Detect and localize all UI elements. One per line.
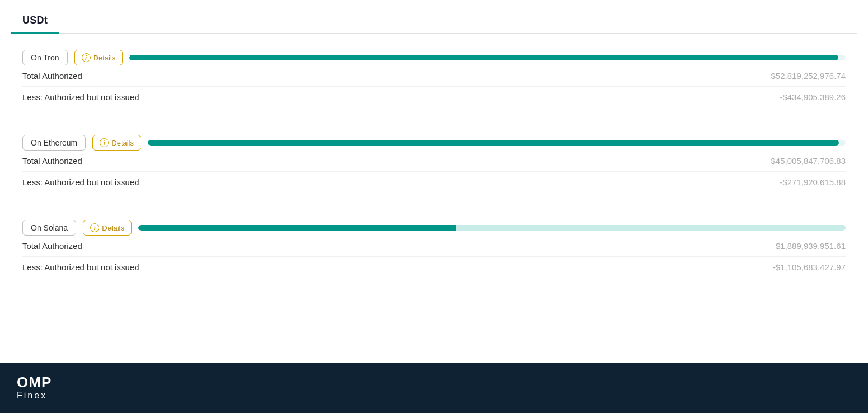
solana-tag-label: On Solana bbox=[31, 223, 68, 232]
footer: OMP Finex bbox=[0, 363, 868, 413]
solana-total-authorized-label: Total Authorized bbox=[22, 241, 82, 251]
ethereum-header-row: On Ethereum i Details bbox=[22, 135, 846, 151]
ethereum-section: On Ethereum i Details Total Authorized $… bbox=[11, 119, 857, 204]
tron-less-label: Less: Authorized but not issued bbox=[22, 92, 139, 102]
footer-logo-bottom: Finex bbox=[17, 391, 52, 401]
tab-usdt[interactable]: USDt bbox=[11, 9, 59, 33]
ethereum-total-authorized-row: Total Authorized $45,005,847,706.83 bbox=[22, 151, 846, 171]
tab-header: USDt bbox=[11, 0, 857, 34]
tron-info-icon: i bbox=[82, 53, 91, 62]
tron-total-authorized-row: Total Authorized $52,819,252,976.74 bbox=[22, 65, 846, 86]
solana-less-value: -$1,105,683,427.97 bbox=[773, 262, 846, 272]
ethereum-details-label: Details bbox=[111, 139, 134, 147]
solana-less-row: Less: Authorized but not issued -$1,105,… bbox=[22, 257, 846, 278]
tron-header-row: On Tron i Details bbox=[22, 50, 846, 65]
solana-header-row: On Solana i Details bbox=[22, 220, 846, 236]
footer-logo-top: OMP bbox=[17, 375, 52, 389]
solana-total-authorized-row: Total Authorized $1,889,939,951.61 bbox=[22, 236, 846, 256]
solana-details-label: Details bbox=[102, 224, 124, 232]
tron-details-label: Details bbox=[94, 54, 116, 62]
ethereum-total-authorized-label: Total Authorized bbox=[22, 156, 82, 166]
solana-less-label: Less: Authorized but not issued bbox=[22, 262, 139, 272]
solana-details-button[interactable]: i Details bbox=[83, 220, 132, 236]
tron-progress-bar-fill bbox=[129, 55, 838, 60]
footer-logo: OMP Finex bbox=[17, 375, 52, 401]
ethereum-details-button[interactable]: i Details bbox=[92, 135, 141, 151]
tab-usdt-label: USDt bbox=[22, 15, 48, 26]
tron-details-button[interactable]: i Details bbox=[74, 50, 123, 65]
ethereum-total-authorized-value: $45,005,847,706.83 bbox=[771, 156, 846, 166]
tron-progress-bar-container bbox=[129, 55, 846, 60]
solana-progress-bar-fill bbox=[138, 225, 456, 231]
tron-total-authorized-label: Total Authorized bbox=[22, 71, 82, 81]
tron-section: On Tron i Details Total Authorized $52,8… bbox=[11, 34, 857, 119]
tron-less-value: -$434,905,389.26 bbox=[780, 92, 846, 102]
ethereum-info-icon: i bbox=[100, 138, 109, 147]
solana-section: On Solana i Details Total Authorized $1,… bbox=[11, 204, 857, 289]
solana-tag: On Solana bbox=[22, 220, 76, 236]
tron-tag: On Tron bbox=[22, 50, 68, 65]
ethereum-less-label: Less: Authorized but not issued bbox=[22, 177, 139, 187]
main-content: USDt On Tron i Details Total Authorized … bbox=[0, 0, 868, 363]
ethereum-progress-bar-container bbox=[148, 140, 846, 146]
ethereum-tag: On Ethereum bbox=[22, 135, 86, 151]
ethereum-tag-label: On Ethereum bbox=[31, 138, 77, 147]
tron-less-row: Less: Authorized but not issued -$434,90… bbox=[22, 87, 846, 107]
ethereum-less-value: -$271,920,615.88 bbox=[780, 177, 846, 187]
tron-total-authorized-value: $52,819,252,976.74 bbox=[771, 71, 846, 81]
tron-tag-label: On Tron bbox=[31, 53, 59, 62]
ethereum-less-row: Less: Authorized but not issued -$271,92… bbox=[22, 172, 846, 193]
solana-total-authorized-value: $1,889,939,951.61 bbox=[776, 241, 846, 251]
solana-progress-bar-container bbox=[138, 225, 846, 231]
solana-info-icon: i bbox=[90, 223, 99, 232]
ethereum-progress-bar-fill bbox=[148, 140, 839, 146]
